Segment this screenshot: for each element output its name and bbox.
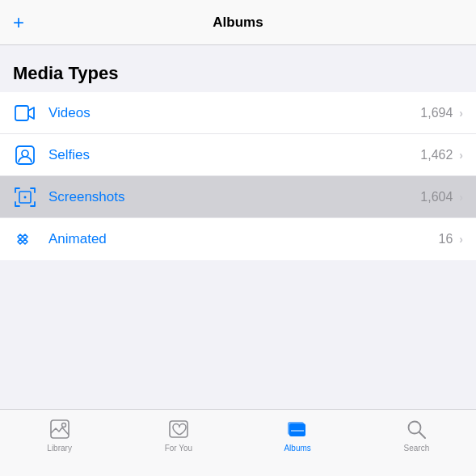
videos-count: 1,694 xyxy=(420,106,453,120)
screenshots-label: Screenshots xyxy=(48,189,420,205)
animated-chevron: › xyxy=(459,233,463,246)
tab-search[interactable]: Search xyxy=(388,418,444,453)
selfies-chevron: › xyxy=(459,149,463,162)
content-area: Media Types Videos 1,694 › xyxy=(0,45,476,260)
list-item-screenshots[interactable]: Screenshots 1,604 › xyxy=(0,176,476,218)
for-you-tab-label: For You xyxy=(165,444,192,453)
videos-icon xyxy=(13,101,37,125)
svg-rect-5 xyxy=(51,420,69,438)
animated-icon xyxy=(13,227,37,251)
videos-chevron: › xyxy=(459,107,463,120)
for-you-tab-icon xyxy=(167,418,190,440)
tab-bar: Library For You Albums xyxy=(0,409,476,476)
albums-tab-label: Albums xyxy=(284,444,310,453)
selfies-count: 1,462 xyxy=(420,148,453,162)
selfies-icon xyxy=(13,143,37,167)
list-item-videos[interactable]: Videos 1,694 › xyxy=(0,92,476,134)
screenshots-count: 1,604 xyxy=(420,190,453,204)
screenshots-chevron: › xyxy=(459,191,463,204)
svg-line-14 xyxy=(419,432,425,438)
search-tab-label: Search xyxy=(404,444,430,453)
screenshots-icon xyxy=(13,185,37,209)
svg-rect-11 xyxy=(291,425,304,435)
tab-library[interactable]: Library xyxy=(32,418,88,453)
nav-bar: + Albums xyxy=(0,0,476,45)
selfies-label: Selfies xyxy=(48,147,420,163)
search-tab-icon xyxy=(405,418,428,440)
svg-point-6 xyxy=(61,423,65,428)
library-tab-label: Library xyxy=(47,444,72,453)
tab-for-you[interactable]: For You xyxy=(150,418,207,453)
svg-point-2 xyxy=(22,150,28,157)
media-types-list: Videos 1,694 › Selfies 1,462 › xyxy=(0,92,476,260)
tab-albums[interactable]: Albums xyxy=(269,418,326,453)
animated-count: 16 xyxy=(439,232,453,246)
animated-label: Animated xyxy=(48,231,439,247)
list-item-selfies[interactable]: Selfies 1,462 › xyxy=(0,134,476,176)
list-item-animated[interactable]: Animated 16 › xyxy=(0,218,476,260)
section-header: Media Types xyxy=(0,45,476,92)
section-title: Media Types xyxy=(13,63,118,83)
add-album-button[interactable]: + xyxy=(13,13,24,32)
nav-title: Albums xyxy=(213,15,263,31)
videos-label: Videos xyxy=(48,105,420,121)
svg-rect-0 xyxy=(15,106,28,120)
library-tab-icon xyxy=(48,418,71,440)
svg-point-13 xyxy=(409,422,421,434)
svg-point-4 xyxy=(24,196,27,198)
albums-tab-icon xyxy=(286,418,309,440)
